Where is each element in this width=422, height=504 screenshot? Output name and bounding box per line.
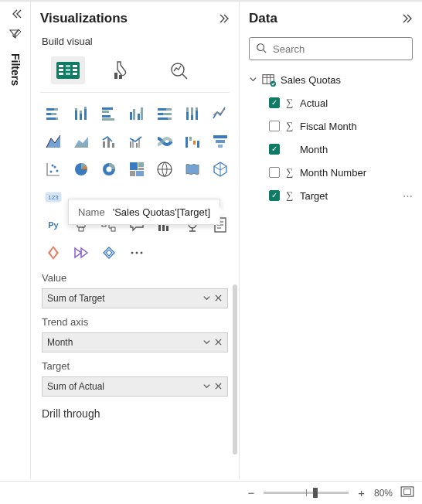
chevron-down-icon[interactable] [202,337,211,349]
line-stacked-column-icon[interactable] [97,130,121,153]
stacked-area-icon[interactable] [70,130,93,153]
stacked-bar-icon[interactable] [42,102,65,125]
expand-filters-icon[interactable] [9,8,22,20]
power-automate-icon[interactable] [70,241,93,264]
format-visual-tab[interactable] [107,56,141,84]
hundred-stacked-column-icon[interactable] [181,102,204,125]
field-name: Actual [300,97,328,109]
svg-rect-83 [166,226,168,231]
svg-rect-57 [216,140,225,143]
svg-rect-10 [114,73,117,79]
drill-through-heading: Drill through [31,397,239,420]
ribbon-chart-icon[interactable] [153,130,176,153]
build-visual-label: Build visual [31,36,239,52]
treemap-icon[interactable] [125,158,148,181]
line-clustered-column-icon[interactable] [125,130,148,153]
svg-rect-55 [197,141,199,148]
field-row[interactable]: ∑Target⋯ [249,184,413,207]
svg-rect-5 [66,69,70,71]
stacked-column-icon[interactable] [70,102,93,125]
fit-to-page-icon[interactable] [400,486,414,499]
field-row[interactable]: ∑Actual [249,91,413,114]
svg-point-86 [136,252,138,254]
field-row[interactable]: ∑Month Number [249,161,413,184]
analytics-tab[interactable] [162,56,196,84]
field-tooltip: Name 'Sales Quotas'[Target] [68,199,220,225]
field-checkbox[interactable] [269,97,280,108]
collapse-data-icon[interactable] [400,12,413,25]
table-icon [262,73,276,87]
target-field-well[interactable]: Sum of Actual [42,376,228,397]
hundred-stacked-bar-icon[interactable] [153,102,176,125]
clustered-bar-icon[interactable] [97,102,121,125]
clustered-column-icon[interactable] [125,102,148,125]
remove-field-icon[interactable] [214,293,223,305]
field-row[interactable]: Month [249,138,413,161]
svg-point-62 [52,165,54,167]
svg-text:Py: Py [48,220,59,230]
data-pane: Data Sales Quotas ∑Actual∑Fiscal MonthMo… [240,2,422,479]
search-input[interactable] [271,43,406,56]
svg-rect-1 [59,65,63,67]
build-visual-tab[interactable] [51,56,85,84]
svg-point-65 [107,167,112,172]
filters-pane-collapsed[interactable]: Filters [0,2,31,479]
trend-axis-well[interactable]: Month [42,332,228,352]
svg-rect-47 [112,143,114,148]
zoom-in-button[interactable]: + [356,486,366,499]
svg-rect-46 [107,138,110,148]
svg-rect-70 [136,171,144,176]
svg-rect-20 [75,108,77,111]
area-chart-icon[interactable] [42,130,65,153]
more-options-icon[interactable]: ⋯ [403,190,413,202]
field-checkbox[interactable] [269,190,280,201]
azure-map-icon[interactable] [209,158,232,181]
remove-field-icon[interactable] [214,381,223,393]
svg-rect-27 [102,115,111,117]
filled-map-icon[interactable] [181,158,204,181]
build-mode-tabs [40,52,230,93]
visualizations-pane: Visualizations Build visual [31,2,240,479]
py-visual-icon[interactable]: Py [42,213,65,237]
svg-rect-56 [213,135,227,138]
viz-scrollbar[interactable] [233,284,237,455]
sigma-icon: ∑ [284,189,295,202]
svg-rect-42 [191,107,193,115]
table-node[interactable]: Sales Quotas [249,68,413,91]
power-apps-icon[interactable] [42,241,65,264]
value-field-well[interactable]: Sum of Target [42,288,228,308]
field-row[interactable]: ∑Fiscal Month [249,114,413,138]
collapse-viz-icon[interactable] [217,12,230,25]
scatter-icon[interactable] [42,158,65,181]
more-visuals-icon[interactable] [125,241,148,264]
sigma-icon: ∑ [284,120,295,132]
line-chart-icon[interactable] [209,102,232,125]
svg-rect-17 [46,117,56,120]
gauge-icon[interactable]: 123 [42,186,65,209]
custom-visual-icon[interactable] [97,241,121,264]
waterfall-icon[interactable] [181,130,204,153]
filter-toggle-icon[interactable] [9,28,22,43]
svg-rect-69 [130,171,135,176]
chevron-down-icon[interactable] [202,381,211,393]
zoom-out-button[interactable]: − [246,486,256,499]
svg-rect-48 [130,141,131,148]
pie-icon[interactable] [70,158,93,181]
zoom-slider[interactable] [264,492,349,494]
target-field-label: Target [42,360,228,372]
field-checkbox[interactable] [269,167,280,178]
chevron-down-icon[interactable] [202,293,211,305]
field-checkbox[interactable] [269,121,280,131]
field-checkbox[interactable] [269,144,280,155]
remove-field-icon[interactable] [214,337,223,349]
funnel-icon[interactable] [209,130,232,153]
svg-rect-80 [111,227,115,231]
svg-text:123: 123 [48,194,59,201]
svg-rect-68 [138,168,144,170]
donut-icon[interactable] [97,158,121,181]
data-search-box[interactable] [249,37,413,60]
map-icon[interactable] [153,158,176,181]
viz-pane-title: Visualizations [40,11,128,26]
zoom-level: 80% [374,488,393,499]
trend-axis-label: Trend axis [42,316,228,328]
